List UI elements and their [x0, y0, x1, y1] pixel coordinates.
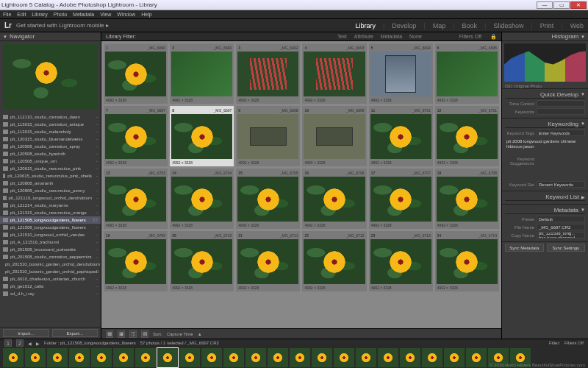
grid-cell[interactable]: 14_MG_67044992 × 3328 — [170, 169, 234, 229]
metadata-header[interactable]: Metadata▼ — [505, 206, 585, 214]
histogram-header[interactable]: Histogram▼ — [502, 32, 588, 41]
grid-cell[interactable]: 7_MG_66974992 × 3328 — [104, 106, 168, 166]
grid-cell[interactable]: 23_MG_67134992 × 3328 — [369, 231, 433, 291]
folder-row[interactable]: plt_201508_studio_carnation_peppermint- — [0, 253, 101, 261]
filter-lock-icon[interactable]: 🔒 — [490, 34, 497, 40]
filmstrip-cell[interactable] — [157, 348, 178, 367]
filmstrip-cell[interactable] — [422, 348, 442, 367]
grid-cell[interactable]: 2_MG_66904992 × 3328 — [170, 43, 234, 104]
sync-settings-button[interactable]: Sync Settings — [547, 244, 586, 252]
filmstrip-cell[interactable] — [25, 348, 46, 367]
filter-tab-text[interactable]: Text — [337, 34, 347, 39]
menu-view[interactable]: View — [100, 12, 111, 17]
sort-direction-icon[interactable]: ▲ — [198, 332, 202, 336]
grid-cell[interactable]: 22_MG_67124992 × 3328 — [302, 231, 366, 291]
folder-row[interactable]: plt_ge1012_calla- — [0, 283, 101, 290]
grid-cell[interactable]: 11_MG_67014992 × 3328 — [369, 106, 433, 166]
grid-cell[interactable]: 17_MG_67074992 × 3328 — [369, 169, 433, 229]
grid-cell[interactable]: 12_MG_67014992 × 3328 — [435, 106, 499, 166]
folder-row[interactable]: plt_6010_charleston_unitarian_church- — [0, 275, 101, 283]
filmstrip-cell[interactable] — [444, 348, 465, 367]
export-button[interactable]: Export... — [52, 329, 98, 337]
grid-cell[interactable]: 6_MG_66954992 × 3328 — [435, 43, 499, 104]
grid-cell[interactable]: 8_MG_66974992 × 3328 — [170, 106, 234, 166]
window-close-button[interactable]: ✕ — [570, 1, 587, 9]
filmstrip-cell[interactable] — [466, 348, 487, 367]
grid-cell[interactable]: 10_MG_66994992 × 3328 — [302, 106, 366, 166]
filmstrip-cell[interactable] — [179, 348, 200, 367]
filmstrip-cell[interactable] — [69, 348, 90, 367]
folder-row[interactable]: plt_201510_botanic_garden_orchid_dendrob… — [0, 261, 101, 268]
breadcrumb[interactable]: Folder : plt_121508_longwoodgardens_flow… — [44, 341, 136, 345]
import-button[interactable]: Import... — [3, 329, 49, 337]
menu-photo[interactable]: Photo — [54, 12, 67, 17]
module-slideshow[interactable]: Slideshow — [493, 22, 523, 29]
grid-cell[interactable]: 16_MG_67064992 × 3328 — [302, 169, 366, 229]
menu-window[interactable]: Window — [117, 12, 135, 17]
compare-view-icon[interactable]: ◫ — [129, 330, 137, 338]
keyword-suggestion[interactable] — [505, 174, 531, 180]
filmstrip-cell[interactable] — [378, 348, 398, 367]
folder-row[interactable]: plt_120615_studio_ranunculus_pink_shells… — [0, 172, 101, 180]
grid-cell[interactable]: 13_MG_67034992 × 3328 — [104, 169, 168, 229]
module-library[interactable]: Library — [355, 22, 376, 29]
folder-row[interactable]: plt_201508_broussard_poinsettia- — [0, 246, 101, 253]
grid-cell[interactable]: 4_MG_66934992 × 3328 — [302, 43, 366, 104]
grid-cell[interactable]: 15_MG_67054992 × 3328 — [236, 169, 300, 229]
folder-row[interactable]: plt_121508_longwoodgardens_flowers57 — [0, 216, 101, 224]
keyword-set-value[interactable]: Recent Keywords — [537, 181, 585, 188]
folder-row[interactable]: plt_121510_longwood_orchid_vandas- — [0, 231, 101, 238]
folder-row[interactable]: plt_121214_studio_maryanns- — [0, 202, 101, 209]
grid-cell[interactable]: 19_MG_67094992 × 3328 — [104, 231, 168, 291]
grid-cell[interactable]: 9_MG_66984992 × 3328 — [236, 106, 300, 166]
window-minimize-button[interactable]: — — [537, 1, 553, 9]
folder-row[interactable]: plt_120508_studio_hyacinth- — [0, 150, 101, 158]
grid-cell[interactable]: 20_MG_67104992 × 3328 — [170, 231, 234, 291]
treatment-value[interactable] — [537, 100, 585, 107]
second-monitor-icon[interactable]: 2 — [16, 339, 24, 347]
folder-row[interactable]: plt_120315_studio_bluemandelweiss- — [0, 135, 101, 143]
sort-value[interactable]: Capture Time — [167, 332, 193, 336]
grid-cell[interactable]: 21_MG_67114992 × 3328 — [236, 231, 300, 291]
grid-cell[interactable]: 3_MG_66924992 × 3328 — [236, 43, 300, 104]
module-web[interactable]: Web — [570, 22, 584, 29]
keywords-textarea[interactable]: plt 2008 longwood gardens chinese hibisc… — [505, 138, 585, 155]
keyword-suggestion[interactable] — [505, 167, 531, 173]
keyword-tags-mode[interactable]: Enter Keywords — [537, 130, 585, 136]
folder-row[interactable]: plt_121110_longwood_orchid_dendrobium- — [0, 194, 101, 202]
module-print[interactable]: Print — [540, 22, 554, 29]
second-window-icon[interactable]: 1 — [4, 339, 12, 347]
grid-view[interactable]: 1_MG_66904992 × 33282_MG_66904992 × 3328… — [101, 41, 501, 328]
grid-cell[interactable]: 5_MG_66944992 × 3328 — [369, 43, 433, 104]
folder-row[interactable]: sd_d.h_i.ray- — [0, 290, 101, 297]
module-book[interactable]: Book — [462, 22, 478, 29]
nav-next-icon[interactable]: ▶ — [36, 341, 40, 346]
folder-row[interactable]: plt_201510_botanic_garden_orchid_paphiop… — [0, 268, 101, 275]
filmstrip-cell[interactable] — [47, 348, 68, 367]
grid-cell[interactable]: 18_MG_67084992 × 3328 — [435, 169, 499, 229]
filter-tab-none[interactable]: None — [409, 34, 422, 39]
menu-file[interactable]: File — [3, 12, 11, 17]
identity-plate[interactable]: Get started with Lightroom mobile ▸ — [16, 22, 109, 29]
grid-view-icon[interactable]: ▦ — [106, 330, 113, 338]
keywording-header[interactable]: Keywording▼ — [505, 120, 585, 128]
menu-metadata[interactable]: Metadata — [73, 12, 94, 17]
keyword-suggestion[interactable] — [559, 174, 585, 180]
grid-cell[interactable]: 1_MG_66904992 × 3328 — [104, 43, 168, 104]
filmstrip-cell[interactable] — [223, 348, 244, 367]
folder-row[interactable]: plt_121508_longwoodgardens_flowers- — [0, 224, 101, 231]
filmstrip-filters-off[interactable]: Filters Off — [564, 341, 584, 345]
keyword-suggestion[interactable] — [559, 167, 585, 173]
filter-tab-attribute[interactable]: Attribute — [354, 34, 373, 39]
metadata-copyname[interactable]: plt_121508_long... has been changed — [537, 232, 585, 238]
keyword-suggestion[interactable] — [532, 167, 559, 173]
folder-row[interactable]: plt_113015_studio_melancholy- — [0, 128, 101, 135]
wb-value[interactable] — [537, 108, 585, 115]
filmstrip-cell[interactable] — [400, 348, 420, 367]
filmstrip-cell[interactable] — [356, 348, 376, 367]
navigator-header[interactable]: ▼Navigator — [0, 32, 101, 41]
quick-develop-header[interactable]: Quick Develop▼ — [505, 91, 585, 99]
module-map[interactable]: Map — [433, 22, 446, 29]
filmstrip-cell[interactable] — [3, 348, 24, 367]
filter-tab-metadata[interactable]: Metadata — [381, 34, 402, 39]
